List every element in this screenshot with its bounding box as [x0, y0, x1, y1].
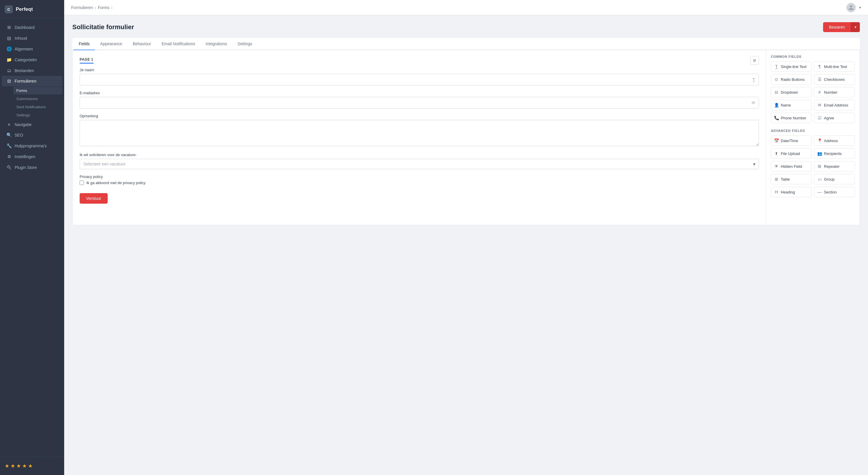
sidebar-item-instellingen[interactable]: ⚙ Instellingen — [2, 151, 62, 162]
sidebar-footer: ★ ★ ★ ★ ★ — [0, 456, 64, 475]
field-chip-recipients[interactable]: 👥 Recipients — [814, 148, 855, 159]
field-input-naam[interactable]: T̲ — [80, 74, 759, 86]
field-opmerking: Opmerking — [80, 114, 759, 147]
field-chip-label: Table — [781, 177, 790, 181]
field-chip-address[interactable]: 📍 Address — [814, 136, 855, 146]
sidebar-nav: ⊞ Dashboard ▤ Inhoud 🌐 Algemeen 📁 Catego… — [0, 19, 64, 456]
calendar-icon: 📅 — [774, 138, 779, 143]
sidebar-item-plugin-store[interactable]: 🔌 Plugin Store — [2, 162, 62, 173]
sidebar-sub-item-submissions[interactable]: Submissions — [13, 95, 62, 103]
sidebar-item-hulpprogrammas[interactable]: 🔧 Hulpprogramma's — [2, 141, 62, 151]
sidebar-sub-item-sent-notifications[interactable]: Sent Notifications — [13, 103, 62, 111]
field-chip-label: Recipients — [824, 151, 842, 156]
star-rating: ★ ★ ★ ★ ★ — [0, 461, 64, 472]
tab-behaviour[interactable]: Behaviour — [127, 38, 156, 50]
page-settings-button[interactable]: ⚙ — [750, 56, 759, 65]
field-chip-email-address[interactable]: ✉ Email Address — [814, 100, 855, 110]
sidebar-sub-item-forms[interactable]: Forms — [13, 87, 62, 94]
field-chip-datetime[interactable]: 📅 Date/Time — [771, 136, 812, 146]
sidebar-item-formulieren[interactable]: ⊟ Formulieren — [2, 76, 62, 86]
field-chip-phone-number[interactable]: 📞 Phone Number — [771, 113, 812, 123]
upload-icon: ⬆ — [774, 151, 779, 156]
field-chip-radio-buttons[interactable]: ⊙ Radio Buttons — [771, 74, 812, 85]
page-label-bar — [80, 63, 94, 64]
field-chip-heading[interactable]: H Heading — [771, 187, 812, 197]
field-chip-label: Multi-line Text — [824, 64, 847, 69]
tab-appearance[interactable]: Appearance — [95, 38, 127, 50]
page-label-row: PAGE 1 ⚙ — [80, 56, 759, 65]
sidebar-item-categorieen[interactable]: 📁 Categorieën — [2, 55, 62, 65]
field-chip-number[interactable]: # Number — [814, 87, 855, 97]
mail-icon: ✉ — [752, 100, 755, 105]
field-chip-label: Heading — [781, 190, 795, 194]
field-chip-dropdown[interactable]: ⊟ Dropdown — [771, 87, 812, 97]
recipients-icon: 👥 — [817, 151, 822, 156]
privacy-checkbox[interactable] — [80, 181, 84, 185]
avatar-chevron-icon[interactable]: ▾ — [859, 5, 861, 10]
email-input[interactable] — [84, 100, 752, 105]
group-icon: ▭ — [817, 177, 822, 181]
sidebar-item-label: Bestanden — [14, 68, 34, 73]
sidebar-item-label: Dashboard — [14, 25, 35, 30]
naam-input[interactable] — [84, 77, 752, 82]
field-chip-hidden-field[interactable]: 👁 Hidden Field — [771, 161, 812, 172]
save-dropdown-button[interactable]: ▾ — [851, 22, 860, 32]
sidebar-subnav: Forms Submissions Sent Notifications Set… — [0, 87, 64, 119]
tab-integrations[interactable]: Integrations — [200, 38, 232, 50]
name-icon: 👤 — [774, 103, 779, 107]
field-chip-group[interactable]: ▭ Group — [814, 174, 855, 184]
phone-icon: 📞 — [774, 116, 779, 120]
page-label: PAGE 1 — [80, 57, 94, 62]
privacy-checkbox-row: Ik ga akkoord met de privacy policy — [80, 181, 759, 185]
sidebar-item-seo[interactable]: 🔍 SEO — [2, 130, 62, 140]
advanced-fields-grid: 📅 Date/Time 📍 Address ⬆ File Upload 👥 Re… — [771, 136, 855, 197]
sidebar-item-dashboard[interactable]: ⊞ Dashboard — [2, 22, 62, 33]
sidebar-item-inhoud[interactable]: ▤ Inhoud — [2, 33, 62, 43]
field-chip-label: Name — [781, 103, 791, 107]
header-right: ▾ — [846, 3, 861, 12]
field-chip-label: Section — [824, 190, 837, 194]
tab-settings[interactable]: Settings — [232, 38, 257, 50]
sidebar-item-algemeen[interactable]: 🌐 Algemeen — [2, 44, 62, 54]
logo-icon: C — [5, 5, 13, 13]
field-chip-single-line-text[interactable]: T̲ Single-line Text — [771, 61, 812, 72]
sidebar-sub-item-settings[interactable]: Settings — [13, 111, 62, 119]
gear-icon: ⚙ — [753, 58, 756, 63]
sidebar-item-bestanden[interactable]: 🗂 Bestanden — [2, 65, 62, 76]
tab-fields[interactable]: Fields — [73, 38, 95, 50]
field-chip-name[interactable]: 👤 Name — [771, 100, 812, 110]
field-email: E-mailadres ✉ — [80, 91, 759, 109]
field-chip-label: Agree — [824, 116, 834, 120]
dashboard-icon: ⊞ — [6, 25, 12, 30]
field-chip-file-upload[interactable]: ⬆ File Upload — [771, 148, 812, 159]
field-chip-label: Address — [824, 139, 838, 143]
settings-icon: ⚙ — [6, 154, 12, 159]
vacature-select[interactable]: Selecteer een vacature — [80, 159, 759, 169]
field-label-opmerking: Opmerking — [80, 114, 759, 118]
breadcrumb-formulieren[interactable]: Formulieren — [71, 5, 93, 10]
app-logo[interactable]: C Perfeqt — [0, 0, 64, 19]
avatar[interactable] — [846, 3, 856, 12]
opmerking-textarea[interactable] — [80, 120, 759, 146]
forms-icon: ⊟ — [6, 79, 12, 84]
checkboxes-icon: ☰ — [817, 77, 822, 82]
form-builder: PAGE 1 ⚙ Je naam T̲ — [73, 50, 766, 225]
main-area: Formulieren › Forms › ▾ Sollicitatie for… — [64, 0, 868, 475]
files-icon: 🗂 — [6, 68, 12, 73]
field-chip-agree[interactable]: ☑ Agree — [814, 113, 855, 123]
save-button[interactable]: Bewaren — [823, 22, 851, 32]
field-chip-label: Single-line Text — [781, 64, 806, 69]
breadcrumb-forms[interactable]: Forms — [98, 5, 110, 10]
field-input-email[interactable]: ✉ — [80, 97, 759, 109]
sidebar-item-label: Navigatie — [14, 122, 31, 127]
field-chip-repeater[interactable]: ⊞ Repeater — [814, 161, 855, 172]
submit-button[interactable]: Verstuur — [80, 193, 107, 204]
field-chip-multi-line-text[interactable]: ¶ Multi-line Text — [814, 61, 855, 72]
sidebar-item-navigatie[interactable]: ≡ Navigatie — [2, 119, 62, 129]
tab-email-notifications[interactable]: Email Notifications — [156, 38, 200, 50]
field-chip-table[interactable]: ⊞ Table — [771, 174, 812, 184]
single-line-text-icon: T̲ — [774, 64, 779, 69]
location-icon: 📍 — [817, 138, 822, 143]
field-chip-section[interactable]: — Section — [814, 187, 855, 197]
field-chip-checkboxes[interactable]: ☰ Checkboxes — [814, 74, 855, 85]
